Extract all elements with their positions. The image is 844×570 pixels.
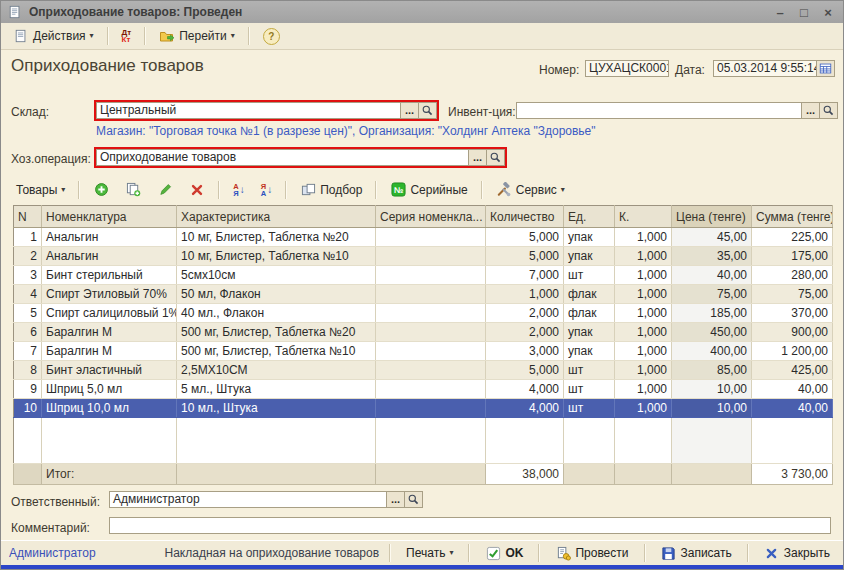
cell-series[interactable] xyxy=(376,228,486,247)
cell-quantity[interactable]: 5,000 xyxy=(486,228,564,247)
cell-quantity[interactable]: 7,000 xyxy=(486,266,564,285)
cell-sum[interactable]: 1 200,00 xyxy=(752,342,833,361)
cell-k[interactable]: 1,000 xyxy=(615,380,672,399)
table-row[interactable]: 7 Баралгин М 500 мг, Блистер, Таблетка №… xyxy=(14,342,833,361)
help-button[interactable]: ? xyxy=(256,26,287,46)
col-header-k[interactable]: К. xyxy=(615,206,672,228)
cell-k[interactable]: 1,000 xyxy=(615,266,672,285)
add-row-button[interactable] xyxy=(86,180,116,200)
minimize-button[interactable]: – xyxy=(771,4,789,20)
operation-select-button[interactable]: ... xyxy=(469,149,487,166)
cell-nomenclature[interactable]: Спирт Этиловый 70% xyxy=(42,285,177,304)
cell-k[interactable]: 1,000 xyxy=(615,228,672,247)
cell-sum[interactable]: 900,00 xyxy=(752,323,833,342)
cell-series[interactable] xyxy=(376,266,486,285)
service-menu-button[interactable]: Сервис ▾ xyxy=(489,180,572,200)
sort-asc-button[interactable]: АЯ ↓ xyxy=(226,180,251,200)
cell-n[interactable]: 9 xyxy=(14,380,42,399)
cell-characteristic[interactable]: 50 мл, Флакон xyxy=(177,285,376,304)
pick-button[interactable]: Подбор xyxy=(293,180,369,200)
cell-price[interactable]: 450,00 xyxy=(672,323,752,342)
table-empty-area[interactable] xyxy=(14,418,833,464)
close-form-button[interactable]: Закрыть xyxy=(759,542,835,564)
cell-n[interactable]: 10 xyxy=(14,399,42,418)
cell-characteristic[interactable]: 500 мг, Блистер, Таблетка №10 xyxy=(177,342,376,361)
close-button[interactable]: × xyxy=(819,4,837,20)
cell-series[interactable] xyxy=(376,361,486,380)
cell-unit[interactable]: упак xyxy=(564,228,615,247)
goto-menu-button[interactable]: Перейти ▾ xyxy=(152,26,242,46)
maximize-button[interactable]: □ xyxy=(795,4,813,20)
cell-n[interactable]: 3 xyxy=(14,266,42,285)
cell-unit[interactable]: шт xyxy=(564,266,615,285)
cell-series[interactable] xyxy=(376,247,486,266)
cell-unit[interactable]: упак xyxy=(564,247,615,266)
cell-nomenclature[interactable]: Бинт стерильный xyxy=(42,266,177,285)
cell-quantity[interactable]: 2,000 xyxy=(486,304,564,323)
warehouse-input[interactable]: Центральный xyxy=(96,102,401,119)
cell-k[interactable]: 1,000 xyxy=(615,304,672,323)
cell-unit[interactable]: шт xyxy=(564,399,615,418)
cell-price[interactable]: 75,00 xyxy=(672,285,752,304)
cell-sum[interactable]: 40,00 xyxy=(752,380,833,399)
cell-unit[interactable]: флак xyxy=(564,285,615,304)
cell-nomenclature[interactable]: Шприц 10,0 мл xyxy=(42,399,177,418)
cell-k[interactable]: 1,000 xyxy=(615,342,672,361)
cell-quantity[interactable]: 2,000 xyxy=(486,323,564,342)
cell-price[interactable]: 185,00 xyxy=(672,304,752,323)
print-menu-button[interactable]: Печать ▾ xyxy=(401,543,458,563)
calendar-button[interactable] xyxy=(817,60,835,77)
table-row[interactable]: 10 Шприц 10,0 мл 10 мл., Штука 4,000 шт … xyxy=(14,399,833,418)
col-header-nomenclature[interactable]: Номенклатура xyxy=(42,206,177,228)
col-header-characteristic[interactable]: Характеристика xyxy=(177,206,376,228)
cell-k[interactable]: 1,000 xyxy=(615,399,672,418)
cell-unit[interactable]: упак xyxy=(564,342,615,361)
cell-k[interactable]: 1,000 xyxy=(615,323,672,342)
cell-n[interactable]: 2 xyxy=(14,247,42,266)
cell-series[interactable] xyxy=(376,342,486,361)
cell-sum[interactable]: 225,00 xyxy=(752,228,833,247)
number-field[interactable]: ЦУХАЦСК0001 xyxy=(585,60,669,77)
edit-row-button[interactable] xyxy=(150,180,180,200)
table-row[interactable]: 1 Анальгин 10 мг, Блистер, Таблетка №20 … xyxy=(14,228,833,247)
inventory-input[interactable] xyxy=(516,102,802,119)
cell-nomenclature[interactable]: Баралгин М xyxy=(42,323,177,342)
cell-characteristic[interactable]: 2,5МХ10СМ xyxy=(177,361,376,380)
col-header-n[interactable]: N xyxy=(14,206,42,228)
col-header-series[interactable]: Серия номенкла... xyxy=(376,206,486,228)
cell-nomenclature[interactable]: Спирт салициловый 1% xyxy=(42,304,177,323)
actions-menu-button[interactable]: Действия ▾ xyxy=(6,26,101,46)
table-row[interactable]: 6 Баралгин М 500 мг, Блистер, Таблетка №… xyxy=(14,323,833,342)
cell-sum[interactable]: 280,00 xyxy=(752,266,833,285)
cell-characteristic[interactable]: 5 мл., Штука xyxy=(177,380,376,399)
cell-n[interactable]: 1 xyxy=(14,228,42,247)
save-button[interactable]: Записать xyxy=(656,542,737,564)
table-row[interactable]: 9 Шприц 5,0 мл 5 мл., Штука 4,000 шт 1,0… xyxy=(14,380,833,399)
operation-input[interactable]: Оприходование товаров xyxy=(96,149,469,166)
copy-row-button[interactable] xyxy=(118,180,148,200)
cell-characteristic[interactable]: 10 мг, Блистер, Таблетка №10 xyxy=(177,247,376,266)
table-row[interactable]: 5 Спирт салициловый 1% 40 мл., Флакон 2,… xyxy=(14,304,833,323)
cell-characteristic[interactable]: 10 мл., Штука xyxy=(177,399,376,418)
cell-unit[interactable]: флак xyxy=(564,304,615,323)
table-row[interactable]: 8 Бинт эластичный 2,5МХ10СМ 5,000 шт 1,0… xyxy=(14,361,833,380)
cell-nomenclature[interactable]: Анальгин xyxy=(42,228,177,247)
cell-unit[interactable]: упак xyxy=(564,323,615,342)
cell-k[interactable]: 1,000 xyxy=(615,247,672,266)
inventory-search-button[interactable] xyxy=(820,102,838,119)
print-form-button[interactable]: Накладная на оприходование товаров xyxy=(164,546,379,560)
cell-price[interactable]: 35,00 xyxy=(672,247,752,266)
cell-quantity[interactable]: 5,000 xyxy=(486,361,564,380)
cell-quantity[interactable]: 5,000 xyxy=(486,247,564,266)
cell-nomenclature[interactable]: Баралгин М xyxy=(42,342,177,361)
inventory-select-button[interactable]: ... xyxy=(802,102,820,119)
cell-quantity[interactable]: 4,000 xyxy=(486,399,564,418)
cell-nomenclature[interactable]: Анальгин xyxy=(42,247,177,266)
col-header-quantity[interactable]: Количество xyxy=(486,206,564,228)
responsible-input[interactable]: Администратор xyxy=(109,491,387,508)
col-header-price[interactable]: Цена (тенге) xyxy=(672,206,752,228)
ok-button[interactable]: OK xyxy=(480,542,528,564)
cell-price[interactable]: 45,00 xyxy=(672,228,752,247)
cell-quantity[interactable]: 1,000 xyxy=(486,285,564,304)
warehouse-search-button[interactable] xyxy=(419,102,437,119)
